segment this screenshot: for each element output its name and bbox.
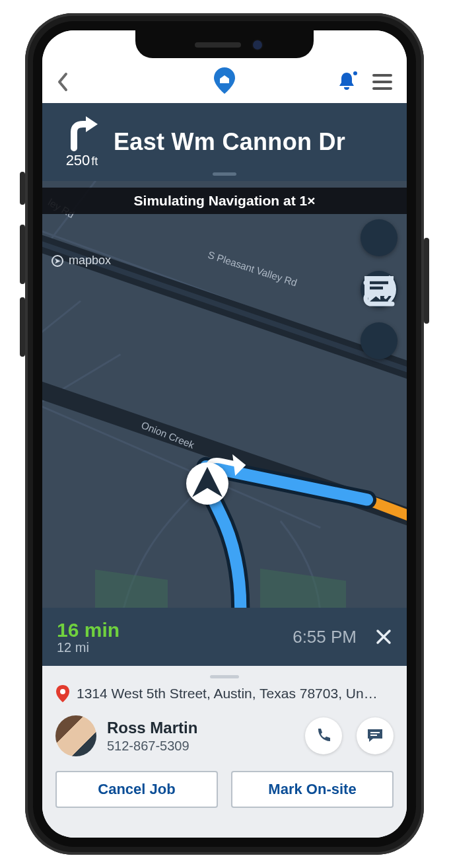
- notification-dot-icon: [352, 70, 359, 77]
- contact-phone: 512-867-5309: [107, 739, 197, 754]
- eta-bar[interactable]: 16 min 12 mi 6:55 PM: [42, 608, 407, 666]
- notifications-button[interactable]: [337, 71, 357, 92]
- close-navigation-button[interactable]: [375, 628, 392, 645]
- call-button[interactable]: [305, 717, 342, 754]
- job-sheet: 1314 West 5th Street, Austin, Texas 7870…: [42, 666, 407, 838]
- road-label: S Pleasant Valley Rd: [207, 249, 298, 289]
- turn-distance-value: 250: [66, 152, 90, 168]
- eta-distance: 12 mi: [57, 640, 120, 655]
- map-attribution: ➤ mapbox: [52, 254, 111, 268]
- location-puck-icon: [186, 462, 228, 505]
- device-notch: [135, 30, 314, 58]
- sheet-handle-icon[interactable]: [210, 675, 239, 678]
- cancel-job-button[interactable]: Cancel Job: [55, 771, 218, 808]
- pin-icon: [55, 685, 70, 702]
- direction-street: East Wm Cannon Dr: [114, 128, 345, 156]
- simulation-bar: Simulating Navigation at 1×: [42, 188, 407, 214]
- mapbox-icon: ➤: [52, 255, 63, 267]
- svg-point-2: [60, 689, 65, 694]
- logo-icon: [213, 67, 236, 94]
- back-button[interactable]: [57, 71, 70, 92]
- job-address-row[interactable]: 1314 West 5th Street, Austin, Texas 7870…: [55, 685, 394, 702]
- banner-handle-icon[interactable]: [213, 172, 236, 176]
- turn-distance-unit: ft: [91, 155, 98, 168]
- turn-right-icon: [63, 115, 100, 152]
- menu-button[interactable]: [372, 74, 392, 90]
- avatar[interactable]: [55, 715, 96, 756]
- feedback-button[interactable]: [361, 322, 397, 359]
- message-button[interactable]: [357, 717, 394, 754]
- job-address: 1314 West 5th Street, Austin, Texas 7870…: [77, 686, 378, 702]
- map-canvas[interactable]: S Pleasant Valley Rd Onion Creek ley Rd …: [42, 181, 407, 608]
- mark-onsite-button[interactable]: Mark On-site: [231, 771, 394, 808]
- contact-name: Ross Martin: [107, 719, 197, 737]
- screen: 250ft East Wm Cannon Dr: [42, 30, 407, 838]
- eta-duration: 16 min: [57, 619, 120, 641]
- eta-arrival: 6:55 PM: [293, 627, 357, 647]
- direction-banner[interactable]: 250ft East Wm Cannon Dr: [42, 103, 407, 181]
- phone-frame: 250ft East Wm Cannon Dr: [25, 13, 424, 855]
- map-attribution-label: mapbox: [69, 254, 111, 268]
